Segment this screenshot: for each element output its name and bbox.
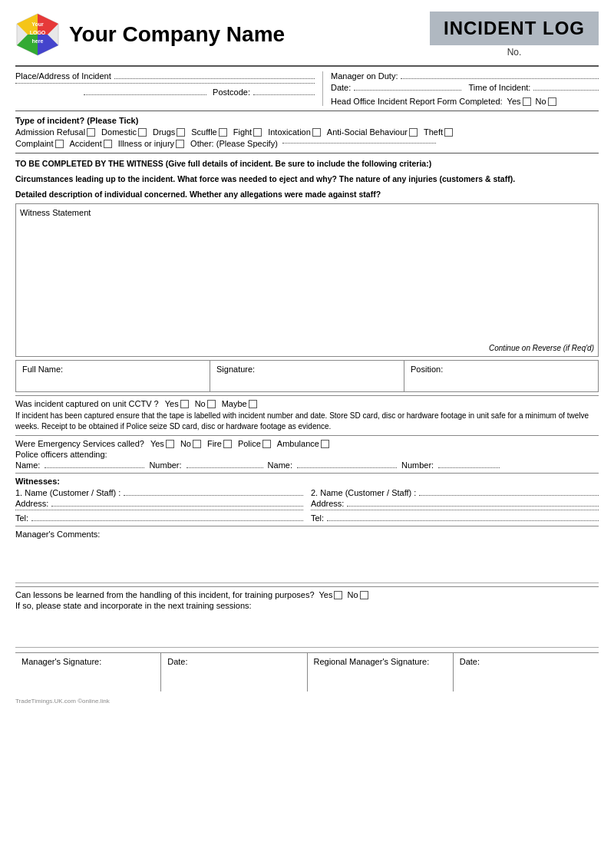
anti-social-checkbox[interactable] xyxy=(409,128,418,137)
incident-log-no: No. xyxy=(430,47,599,58)
drugs-label: Drugs xyxy=(153,127,175,137)
intoxication-checkbox[interactable] xyxy=(312,128,321,137)
tel2-col: Tel: xyxy=(311,513,599,523)
address1-label: Address: xyxy=(15,499,48,508)
theft-label: Theft xyxy=(424,127,443,137)
training-no-checkbox[interactable] xyxy=(360,591,368,599)
no-checkbox[interactable] xyxy=(548,97,556,106)
fight-item: Fight xyxy=(233,127,262,137)
illness-checkbox[interactable] xyxy=(176,140,184,148)
name2-field xyxy=(297,467,397,468)
address-cont-row xyxy=(15,510,599,512)
training-section: Can lessons be learned from the handling… xyxy=(15,586,599,648)
place-row: Place/Address of Incident xyxy=(15,71,315,81)
time-label: Time of Incident: xyxy=(469,83,531,92)
training-yes-label: Yes xyxy=(319,590,333,599)
training-yes-checkbox[interactable] xyxy=(334,591,342,599)
tel1-row: Tel: xyxy=(15,513,303,523)
training-row: Can lessons be learned from the handling… xyxy=(15,590,599,599)
cctv-maybe-label: Maybe xyxy=(222,399,247,408)
address2-label: Address: xyxy=(311,499,344,508)
address2-col: Address: xyxy=(311,499,599,508)
manager-comments-label: Manager's Comments: xyxy=(15,530,599,539)
admission-refusal-checkbox[interactable] xyxy=(87,128,95,137)
footer-text: TradeTimings.UK.com ©online.link xyxy=(15,698,110,705)
complaint-item: Complaint xyxy=(15,139,64,148)
manager-date-label: Date: xyxy=(167,657,187,666)
manager-date-cell: Date: xyxy=(161,653,307,691)
accident-checkbox[interactable] xyxy=(104,140,112,148)
witness-statement-area[interactable] xyxy=(20,219,594,342)
emerg-no-checkbox[interactable] xyxy=(193,440,201,448)
place-label: Place/Address of Incident xyxy=(15,71,111,81)
manager-col: Manager on Duty: Date: Time of Incident:… xyxy=(322,71,599,106)
address1-cont-col xyxy=(15,510,311,512)
complaint-checkbox[interactable] xyxy=(55,140,64,148)
address-manager-section: Place/Address of Incident Postcode: Mana… xyxy=(15,71,599,106)
footer: TradeTimings.UK.com ©online.link xyxy=(15,698,599,705)
emerg-police-checkbox[interactable] xyxy=(262,440,271,448)
address1-field xyxy=(51,506,303,507)
incident-log-title: INCIDENT LOG xyxy=(444,18,585,39)
signature-cell: Signature: xyxy=(210,361,404,391)
emergency-section: Were Emergency Services called? Yes No F… xyxy=(15,435,599,470)
emerg-yes-label: Yes xyxy=(150,439,164,448)
svg-text:Your: Your xyxy=(31,21,44,27)
domestic-checkbox[interactable] xyxy=(138,128,147,137)
manager-comments-box[interactable] xyxy=(15,541,599,583)
emerg-fire-label: Fire xyxy=(207,439,222,448)
emerg-yes-checkbox[interactable] xyxy=(166,440,174,448)
date-field xyxy=(354,90,460,91)
incident-type-row2: Complaint Accident Illness or injury Oth… xyxy=(15,139,599,148)
signature-label: Signature: xyxy=(216,365,255,374)
training-box[interactable] xyxy=(15,613,599,648)
number2-field xyxy=(438,467,500,468)
name2-label: Name: xyxy=(268,460,292,470)
cctv-no-checkbox[interactable] xyxy=(207,400,216,408)
cctv-yes-checkbox[interactable] xyxy=(180,400,189,408)
no-checkbox-item: No xyxy=(536,97,556,106)
header: Your LOGO here Your Company Name INCIDEN… xyxy=(15,12,599,58)
page: Your LOGO here Your Company Name INCIDEN… xyxy=(0,0,614,868)
address-row: Address: Address: xyxy=(15,499,599,508)
time-field xyxy=(533,90,599,91)
witness1-name-col: 1. Name (Customer / Staff) : xyxy=(15,488,311,497)
other-label: Other: (Please Specify) xyxy=(190,139,278,148)
full-name-label: Full Name: xyxy=(22,365,63,374)
fight-checkbox[interactable] xyxy=(253,128,262,137)
tel1-col: Tel: xyxy=(15,513,311,523)
emerg-police-item: Police xyxy=(238,439,271,448)
complaint-label: Complaint xyxy=(15,139,54,148)
emerg-yes-item: Yes xyxy=(150,439,174,448)
address-line3 xyxy=(84,94,206,95)
emerg-ambulance-checkbox[interactable] xyxy=(321,440,329,448)
emerg-fire-item: Fire xyxy=(207,439,232,448)
signature-row: Full Name: Signature: Position: xyxy=(15,360,599,392)
theft-checkbox[interactable] xyxy=(444,128,453,137)
postcode-field xyxy=(253,94,315,95)
drugs-checkbox[interactable] xyxy=(177,128,185,137)
cctv-yes-item: Yes xyxy=(165,399,189,408)
tel2-label: Tel: xyxy=(311,513,324,523)
date-label: Date: xyxy=(331,83,351,92)
domestic-label: Domestic xyxy=(101,127,137,137)
cctv-maybe-checkbox[interactable] xyxy=(249,400,257,408)
yes-checkbox[interactable] xyxy=(523,97,531,106)
tel1-label: Tel: xyxy=(15,513,28,523)
manager-comments-section: Manager's Comments: xyxy=(15,526,599,583)
accident-label: Accident xyxy=(70,139,102,148)
theft-item: Theft xyxy=(424,127,453,137)
regional-date-cell: Date: xyxy=(454,653,599,691)
emerg-fire-checkbox[interactable] xyxy=(223,440,232,448)
cctv-no-item: No xyxy=(195,399,216,408)
scuffle-checkbox[interactable] xyxy=(219,128,227,137)
yes-checkbox-item: Yes xyxy=(507,97,531,106)
full-name-cell: Full Name: xyxy=(16,361,210,391)
head-office-row: Head Office Incident Report Form Complet… xyxy=(331,97,599,106)
intoxication-item: Intoxication xyxy=(268,127,321,137)
witness-instructions: TO BE COMPLETED BY THE WITNESS (Give ful… xyxy=(15,158,599,200)
training-yes-item: Yes xyxy=(319,590,343,599)
address2-field xyxy=(347,506,599,507)
accident-item: Accident xyxy=(70,139,112,148)
witness-name-row: 1. Name (Customer / Staff) : 2. Name (Cu… xyxy=(15,488,599,497)
